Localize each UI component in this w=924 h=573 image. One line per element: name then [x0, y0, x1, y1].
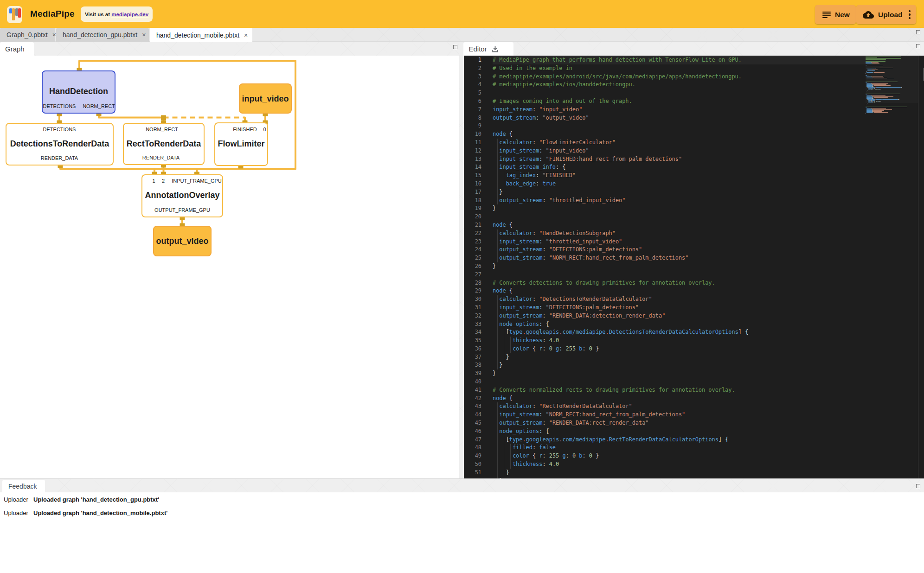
- code-line-35[interactable]: 35 thickness: 4.0: [464, 337, 866, 345]
- code-line-26[interactable]: 26}: [464, 262, 866, 271]
- graph-edge: [99, 114, 164, 123]
- line-number: 46: [464, 427, 481, 436]
- upload-button[interactable]: Upload: [856, 5, 916, 24]
- code-line-31[interactable]: 31 input_stream: "DETECTIONS:palm_detect…: [464, 304, 866, 312]
- download-icon[interactable]: [491, 45, 499, 53]
- code-line-37[interactable]: 37 }: [464, 353, 866, 362]
- graph-panel-maximize-icon[interactable]: [453, 45, 457, 49]
- code-text: tag_index: "FINISHED": [493, 172, 576, 180]
- tab-feedback[interactable]: Feedback: [2, 480, 45, 493]
- line-number: 35: [464, 337, 481, 345]
- code-line-21[interactable]: 21node {: [464, 221, 866, 229]
- line-number: 30: [464, 295, 481, 304]
- code-line-3[interactable]: 3# mediapipie/examples/android/src/java/…: [464, 73, 866, 81]
- code-line-44[interactable]: 44 input_stream: "NORM_RECT:hand_rect_fr…: [464, 411, 866, 419]
- code-line-18[interactable]: 18 output_stream: "throttled_input_video…: [464, 197, 866, 205]
- file-tab-hand_detection_mobile.pbtxt[interactable]: hand_detection_mobile.pbtxt×: [150, 28, 252, 42]
- code-line-2[interactable]: 2# Used in the example in: [464, 64, 866, 73]
- code-line-11[interactable]: 11 calculator: "FlowLimiterCalculator": [464, 139, 866, 147]
- code-line-47[interactable]: 47 [type.googleapis.com/mediapipe.RectTo…: [464, 436, 866, 444]
- code-line-34[interactable]: 34 [type.googleapis.com/mediapipe.Detect…: [464, 328, 866, 337]
- minimap-line: [866, 109, 872, 110]
- code-editor[interactable]: 1# MediaPipe graph that performs hand de…: [464, 56, 924, 478]
- editor-panel-maximize-icon[interactable]: [916, 44, 920, 48]
- file-tab-Graph_0.pbtxt[interactable]: Graph_0.pbtxt×: [0, 28, 55, 42]
- more-options-kebab-icon[interactable]: [907, 5, 912, 24]
- code-line-45[interactable]: 45 output_stream: "RENDER_DATA:rect_rend…: [464, 419, 866, 427]
- code-line-4[interactable]: 4# mediapipie/examples/ios/handdetection…: [464, 81, 866, 89]
- code-line-51[interactable]: 51 }: [464, 469, 866, 477]
- code-line-43[interactable]: 43 calculator: "RectToRenderDataCalculat…: [464, 402, 866, 411]
- edge-connector-square: [161, 115, 166, 121]
- minimap-line: [874, 112, 889, 113]
- mediapipe-dev-link[interactable]: mediapipe.dev: [111, 12, 148, 17]
- logo-bar-blue: [9, 8, 12, 13]
- close-tab-icon[interactable]: ×: [244, 32, 248, 38]
- code-line-30[interactable]: 30 calculator: "DetectionsToRenderDataCa…: [464, 295, 866, 304]
- code-line-29[interactable]: 29node {: [464, 287, 866, 295]
- code-line-48[interactable]: 48 filled: false: [464, 444, 866, 452]
- code-line-33[interactable]: 33 node_options: {: [464, 320, 866, 329]
- node-title-HandDetection: HandDetection: [49, 87, 108, 96]
- close-tab-icon[interactable]: ×: [142, 32, 146, 38]
- code-line-20[interactable]: 20: [464, 213, 866, 221]
- code-line-24[interactable]: 24 output_stream: "DETECTIONS:palm_detec…: [464, 246, 866, 254]
- code-text: output_stream: "throttled_input_video": [493, 197, 625, 205]
- code-line-27[interactable]: 27: [464, 271, 866, 279]
- code-line-32[interactable]: 32 output_stream: "RENDER_DATA:detection…: [464, 312, 866, 320]
- code-line-25[interactable]: 25 output_stream: "NORM_RECT:hand_rect_f…: [464, 254, 866, 262]
- editor-minimap[interactable]: [866, 57, 918, 478]
- code-line-40[interactable]: 40: [464, 378, 866, 386]
- code-line-50[interactable]: 50 thickness: 4.0: [464, 460, 866, 469]
- code-line-12[interactable]: 12 input_stream: "input_video": [464, 147, 866, 155]
- code-line-17[interactable]: 17 }: [464, 188, 866, 197]
- code-text: output_stream: "output_video": [493, 114, 589, 122]
- new-button[interactable]: New: [815, 5, 856, 24]
- feedback-maximize-icon[interactable]: [916, 484, 920, 488]
- code-line-15[interactable]: 15 tag_index: "FINISHED": [464, 172, 866, 180]
- code-line-16[interactable]: 16 back_edge: true: [464, 180, 866, 188]
- code-line-22[interactable]: 22 calculator: "HandDetectionSubgraph": [464, 229, 866, 238]
- line-number: 48: [464, 444, 481, 452]
- file-tab-hand_detection_gpu.pbtxt[interactable]: hand_detection_gpu.pbtxt×: [56, 28, 149, 42]
- file-tab-label: hand_detection_gpu.pbtxt: [63, 31, 137, 38]
- code-line-9[interactable]: 9: [464, 122, 866, 130]
- filebar-maximize-icon[interactable]: [916, 30, 920, 34]
- code-text: color { r: 0 g: 255 b: 0 }: [493, 345, 599, 353]
- minimap-line: [868, 108, 868, 108]
- code-line-38[interactable]: 38 }: [464, 361, 866, 369]
- close-tab-icon[interactable]: ×: [52, 32, 56, 38]
- line-number: 32: [464, 312, 481, 320]
- tab-graph[interactable]: Graph: [0, 42, 34, 56]
- feedback-row: UploaderUploaded graph 'hand_detection_m…: [0, 508, 924, 518]
- code-line-36[interactable]: 36 color { r: 0 g: 255 b: 0 }: [464, 345, 866, 353]
- code-line-10[interactable]: 10node {: [464, 130, 866, 139]
- code-line-6[interactable]: 6# Images coming into and out of the gra…: [464, 97, 866, 106]
- tab-editor[interactable]: Editor: [463, 42, 513, 56]
- code-line-7[interactable]: 7input_stream: "input_video": [464, 106, 866, 114]
- code-line-5[interactable]: 5: [464, 89, 866, 97]
- code-line-23[interactable]: 23 input_stream: "throttled_input_video": [464, 238, 866, 246]
- code-line-41[interactable]: 41# Converts normalized rects to drawing…: [464, 386, 866, 395]
- code-line-14[interactable]: 14 input_stream_info: {: [464, 163, 866, 172]
- node-port-label: DETECTIONS: [43, 127, 76, 132]
- line-number: 51: [464, 469, 481, 477]
- line-number: 2: [464, 64, 481, 73]
- code-line-19[interactable]: 19}: [464, 204, 866, 213]
- code-area[interactable]: 1# MediaPipe graph that performs hand de…: [464, 56, 866, 478]
- code-line-46[interactable]: 46 node_options: {: [464, 427, 866, 436]
- upload-button-label: Upload: [878, 11, 903, 19]
- code-line-13[interactable]: 13 input_stream: "FINISHED:hand_rect_fro…: [464, 155, 866, 164]
- code-line-8[interactable]: 8output_stream: "output_video": [464, 114, 866, 122]
- graph-canvas[interactable]: HandDetectionDETECTIONSNORM_RECTinput_vi…: [0, 56, 459, 478]
- code-line-1[interactable]: 1# MediaPipe graph that performs hand de…: [464, 56, 866, 64]
- line-number: 45: [464, 419, 481, 427]
- line-number: 31: [464, 304, 481, 312]
- code-line-39[interactable]: 39}: [464, 369, 866, 378]
- code-line-42[interactable]: 42node {: [464, 395, 866, 403]
- code-line-49[interactable]: 49 color { r: 255 g: 0 b: 0 }: [464, 452, 866, 460]
- code-text: }: [493, 353, 509, 362]
- code-text: input_stream: "throttled_input_video": [493, 238, 622, 246]
- logo-bar-amber: [12, 8, 15, 21]
- code-line-28[interactable]: 28# Converts detections to drawing primi…: [464, 279, 866, 287]
